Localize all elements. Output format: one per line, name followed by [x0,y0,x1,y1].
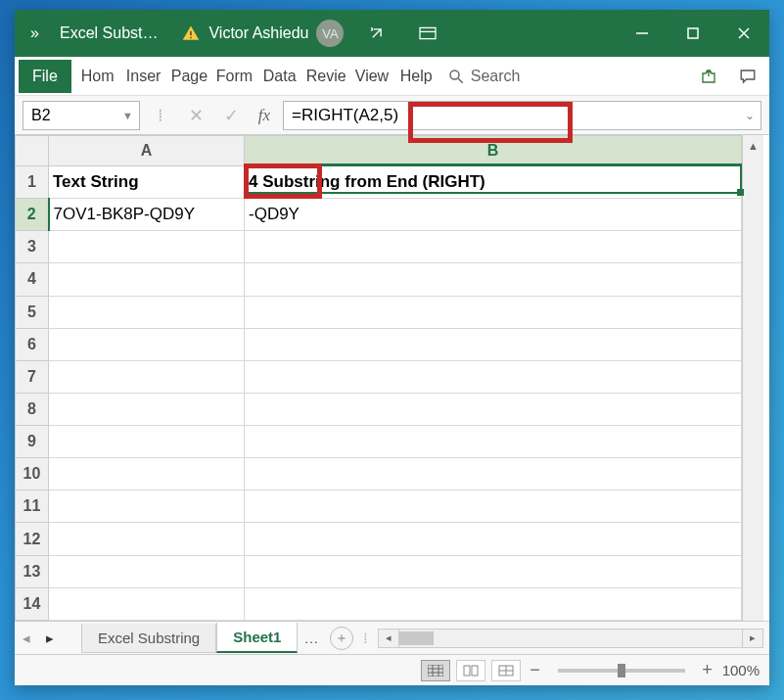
cell-b7[interactable] [245,360,742,393]
coming-soon-icon[interactable] [351,10,402,57]
tell-me-search[interactable]: Search [447,68,521,85]
row-header-12[interactable]: 12 [16,523,49,555]
sheet-tab-1[interactable]: Sheet1 [216,623,298,653]
zoom-level[interactable]: 100% [722,662,760,678]
row-header-11[interactable]: 11 [16,490,49,523]
cell-a11[interactable] [49,490,245,523]
document-title: Excel Subst… [60,24,158,42]
scroll-up-icon[interactable]: ▲ [743,135,763,157]
cell-a10[interactable] [49,458,245,490]
row-header-1[interactable]: 1 [16,165,49,198]
row-header-9[interactable]: 9 [16,426,49,458]
row-header-10[interactable]: 10 [16,458,49,490]
hscroll-track[interactable] [399,629,742,648]
sheet-resize-handle[interactable]: ⁞ [363,630,368,647]
quick-access-more-icon[interactable]: » [23,24,48,42]
cell-b4[interactable] [245,263,742,296]
col-header-b[interactable]: B [245,136,742,166]
close-button[interactable] [718,10,769,57]
menu-home[interactable]: Hom [77,60,118,93]
row-header-14[interactable]: 14 [16,587,49,620]
cell-a14[interactable] [49,587,245,620]
scroll-left-icon[interactable]: ◂ [378,629,399,648]
cell-a7[interactable] [49,360,245,393]
menu-insert[interactable]: Inser [122,60,163,93]
hscroll-thumb[interactable] [399,631,434,645]
row-header-3[interactable]: 3 [16,231,49,263]
cell-b6[interactable] [245,328,742,360]
select-all-corner[interactable] [16,136,49,166]
new-sheet-button[interactable]: ＋ [330,627,353,650]
cell-b8[interactable] [245,393,742,425]
row-header-4[interactable]: 4 [16,263,49,296]
menu-formulas[interactable]: Form [212,60,255,93]
cell-a1[interactable]: Text String [49,165,245,198]
menu-data[interactable]: Data [259,60,299,93]
maximize-button[interactable] [668,10,718,57]
horizontal-scrollbar[interactable]: ◂ ▸ [378,629,763,648]
name-box[interactable]: B2 ▼ [23,101,140,130]
zoom-knob[interactable] [618,664,625,677]
sheet-tab-0[interactable]: Excel Substring [81,624,216,653]
cell-b1[interactable]: 4 Substring from End (RIGHT) [245,165,742,198]
menu-page-layout[interactable]: Page [167,60,208,93]
view-normal-button[interactable] [421,660,450,681]
row-header-6[interactable]: 6 [16,328,49,360]
cell-b11[interactable] [245,490,742,523]
comments-button[interactable] [730,61,765,92]
view-page-break-button[interactable] [491,660,521,681]
formula-more-icon[interactable]: ⁞ [146,101,175,130]
cell-b9[interactable] [245,426,742,458]
sheet-nav-next[interactable]: ▸ [38,630,62,647]
fx-icon[interactable]: fx [252,106,277,125]
share-button[interactable] [691,61,726,92]
ribbon-options-icon[interactable] [402,10,453,57]
cell-b13[interactable] [245,555,742,587]
cell-a6[interactable] [49,328,245,360]
cell-a4[interactable] [49,263,245,296]
menu-help[interactable]: Help [396,60,436,93]
cell-a12[interactable] [49,523,245,555]
expand-formula-bar-icon[interactable]: ⌄ [745,109,755,122]
menu-review[interactable]: Revie [302,60,347,93]
user-avatar[interactable]: VA [316,20,344,47]
col-header-a[interactable]: A [49,136,245,166]
autosave-warning-icon[interactable] [181,23,201,43]
cell-b10[interactable] [245,458,742,490]
zoom-slider[interactable] [558,669,685,673]
formula-input[interactable]: =RIGHT(A2,5) ⌄ [283,101,761,130]
cell-a9[interactable] [49,426,245,458]
view-page-layout-button[interactable] [456,660,485,681]
cell-b2[interactable]: -QD9Y [245,199,742,231]
vertical-scrollbar[interactable]: ▲ [742,135,763,621]
sheet-tabs-overflow[interactable]: … [298,630,324,646]
zoom-in-button[interactable]: + [699,660,716,680]
row-header-7[interactable]: 7 [16,360,49,393]
sheet-nav-prev[interactable]: ◂ [15,630,38,647]
cell-b12[interactable] [245,523,742,555]
cell-b5[interactable] [245,296,742,328]
row-header-2[interactable]: 2 [16,199,49,231]
cell-a5[interactable] [49,296,245,328]
cell-b14[interactable] [245,587,742,620]
scroll-track[interactable] [743,157,763,621]
cancel-formula-button[interactable]: ✕ [181,101,210,130]
zoom-out-button[interactable]: − [527,660,544,680]
cell-a8[interactable] [49,393,245,425]
scroll-right-icon[interactable]: ▸ [742,629,763,648]
cell-a2[interactable]: 7OV1-BK8P-QD9Y [49,199,245,231]
menu-view[interactable]: View [351,60,392,93]
cell-a3[interactable] [49,231,245,263]
enter-formula-button[interactable]: ✓ [216,101,246,130]
minimize-button[interactable] [617,10,668,57]
svg-point-8 [450,70,459,79]
cell-a13[interactable] [49,555,245,587]
menu-file[interactable]: File [19,60,71,93]
chevron-down-icon[interactable]: ▼ [122,110,133,121]
row-header-8[interactable]: 8 [16,393,49,425]
user-name[interactable]: Victor Ashiedu [208,24,308,42]
row-header-13[interactable]: 13 [16,555,49,587]
cell-b3[interactable] [245,231,742,263]
row-header-5[interactable]: 5 [16,296,49,328]
worksheet-grid[interactable]: A B 1 Text String 4 Substring from End (… [15,135,769,621]
